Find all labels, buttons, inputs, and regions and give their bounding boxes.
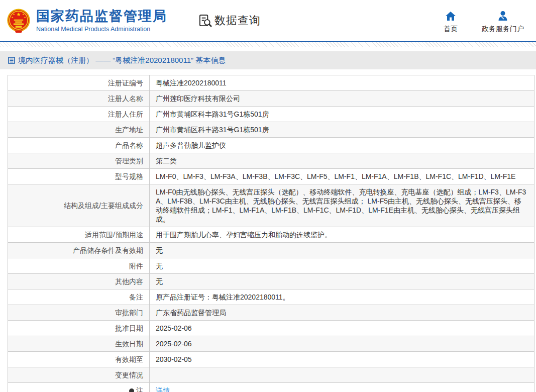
breadcrumb: 境内医疗器械（注册） —— “粤械注准20202180011” 基本信息 (0, 51, 536, 69)
table-row: 结构及组成/主要组成成分LM-F0由无线胎心探头、无线宫压探头（选配）、移动终端… (8, 184, 534, 227)
field-label: 备注 (8, 289, 150, 305)
site-header: ★ ★ ★ ★ ★ 国家药品监督管理局 National Medical Pro… (0, 0, 536, 41)
table-row: 注册人名称广州莲印医疗科技有限公司 (8, 91, 534, 107)
user-icon (497, 10, 509, 22)
field-value: 无 (150, 258, 534, 274)
table-row: 注册人住所广州市黄埔区科丰路31号G1栋501房 (8, 107, 534, 122)
svg-text:★: ★ (24, 16, 26, 19)
field-value: 广州市黄埔区科丰路31号G1栋501房 (150, 107, 534, 122)
field-value: 2030-02-05 (150, 352, 534, 367)
field-label: 产品储存条件及有效期 (8, 243, 150, 258)
table-row: 管理类别第二类 (8, 153, 534, 169)
table-row: 附件无 (8, 258, 534, 274)
svg-text:★: ★ (11, 16, 13, 19)
field-value: 详情 (150, 383, 534, 392)
table-row: 产品名称超声多普勒胎儿监护仪 (8, 138, 534, 153)
field-label: 审批部门 (8, 305, 150, 321)
table-row: 适用范围/预期用途用于围产期胎儿心率、孕妇宫缩压力和胎动的连续监护。 (8, 227, 534, 243)
hatch-band (0, 42, 536, 47)
org-name-zh: 国家药品监督管理局 (36, 9, 167, 24)
field-value: 2025-02-06 (150, 336, 534, 352)
registration-table: 注册证编号粤械注准20202180011注册人名称广州莲印医疗科技有限公司注册人… (8, 75, 534, 392)
field-label: 生效日期 (8, 336, 150, 352)
org-name-en: National Medical Products Administration (36, 26, 167, 33)
nav-item-home[interactable]: 首页 (444, 10, 458, 34)
field-label: 适用范围/预期用途 (8, 227, 150, 243)
field-label: 结构及组成/主要组成成分 (8, 184, 150, 227)
table-row: 产品储存条件及有效期无 (8, 243, 534, 258)
table-row: 审批部门广东省药品监督管理局 (8, 305, 534, 321)
field-label: 有效期至 (8, 352, 150, 367)
nav-item-portal[interactable]: 政务服务门户 (482, 10, 524, 34)
field-value: 粤械注准20202180011 (150, 75, 534, 91)
table-row: 其他内容无 (8, 274, 534, 289)
table-row: 注详情 (8, 383, 534, 392)
field-label: 生产地址 (8, 122, 150, 138)
field-value: 超声多普勒胎儿监护仪 (150, 138, 534, 153)
logo-group: ★ ★ ★ ★ ★ 国家药品监督管理局 National Medical Pro… (6, 8, 167, 33)
nav-label: 政务服务门户 (482, 25, 524, 34)
document-list-icon (8, 57, 15, 64)
registration-table-wrap: 注册证编号粤械注准20202180011注册人名称广州莲印医疗科技有限公司注册人… (8, 75, 534, 392)
field-label: 型号规格 (8, 169, 150, 184)
field-value: 无 (150, 243, 534, 258)
field-value: 2025-02-06 (150, 321, 534, 336)
field-value: 广东省药品监督管理局 (150, 305, 534, 321)
field-value (150, 367, 534, 383)
table-row: 备注原产品注册证号：粤械注准20202180011。 (8, 289, 534, 305)
field-label: 注册证编号 (8, 75, 150, 91)
table-row: 生产地址广州市黄埔区科丰路31号G1栋501房 (8, 122, 534, 138)
national-emblem-icon: ★ ★ ★ ★ ★ (6, 8, 31, 33)
field-label: 注册人住所 (8, 107, 150, 122)
org-names: 国家药品监督管理局 National Medical Products Admi… (36, 9, 167, 33)
field-value: 第二类 (150, 153, 534, 169)
top-nav: 首页 政务服务门户 (444, 8, 524, 34)
table-row: 有效期至2030-02-05 (8, 352, 534, 367)
home-icon (445, 10, 457, 22)
detail-link[interactable]: 详情 (156, 386, 170, 392)
nav-label: 首页 (444, 25, 458, 34)
field-value: 用于围产期胎儿心率、孕妇宫缩压力和胎动的连续监护。 (150, 227, 534, 243)
field-label: 注册人名称 (8, 91, 150, 107)
table-row: 型号规格LM-F0、LM-F3、LM-F3A、LM-F3B、LM-F3C、LM-… (8, 169, 534, 184)
table-row: 生效日期2025-02-06 (8, 336, 534, 352)
field-label: 管理类别 (8, 153, 150, 169)
field-label: 产品名称 (8, 138, 150, 153)
document-search-icon (198, 14, 212, 28)
svg-text:★: ★ (22, 13, 24, 16)
field-value: LM-F0、LM-F3、LM-F3A、LM-F3B、LM-F3C、LM-F5、L… (150, 169, 534, 184)
field-value: LM-F0由无线胎心探头、无线宫压探头（选配）、移动终端软件、充电转换座、充电基… (150, 184, 534, 227)
table-row: 批准日期2025-02-06 (8, 321, 534, 336)
data-query-button[interactable]: 数据查询 (198, 13, 261, 28)
svg-text:★: ★ (13, 13, 15, 16)
field-label: 变更情况 (8, 367, 150, 383)
field-label: 注 (8, 383, 150, 392)
svg-text:★: ★ (16, 12, 21, 17)
data-query-label: 数据查询 (215, 13, 261, 28)
field-value: 原产品注册证号：粤械注准20202180011。 (150, 289, 534, 305)
field-value: 广州市黄埔区科丰路31号G1栋501房 (150, 122, 534, 138)
note-balloon-icon (129, 388, 134, 392)
field-label: 其他内容 (8, 274, 150, 289)
field-label: 附件 (8, 258, 150, 274)
field-label: 批准日期 (8, 321, 150, 336)
field-value: 广州莲印医疗科技有限公司 (150, 91, 534, 107)
table-row: 注册证编号粤械注准20202180011 (8, 75, 534, 91)
field-value: 无 (150, 274, 534, 289)
breadcrumb-text: 境内医疗器械（注册） —— “粤械注准20202180011” 基本信息 (18, 56, 226, 65)
table-row: 变更情况 (8, 367, 534, 383)
